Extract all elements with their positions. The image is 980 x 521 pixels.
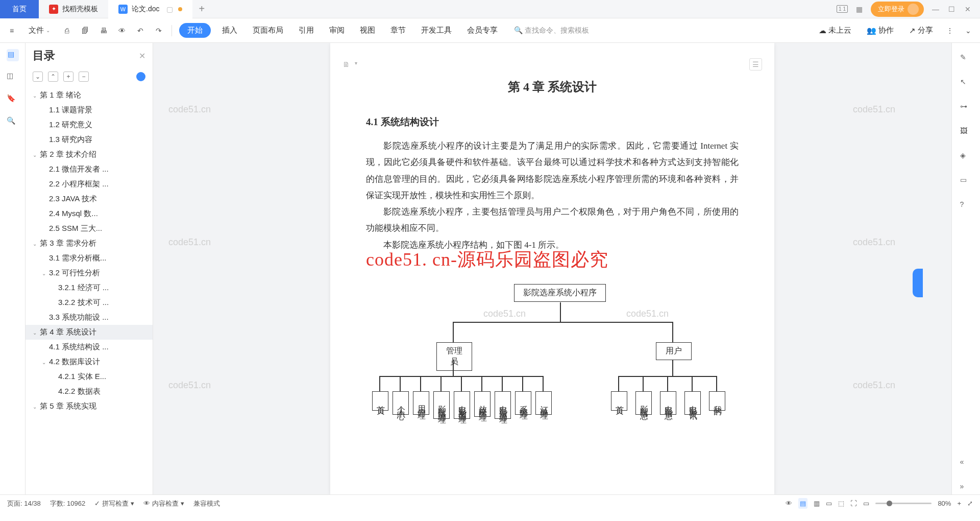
scroll-up-icon[interactable]: « <box>960 458 972 470</box>
document-area[interactable]: code51.cn code51.cn code51.cn code51.cn … <box>153 43 951 494</box>
outline-item[interactable]: 2.1 微信开发者 ... <box>26 162 153 177</box>
scroll-down-icon[interactable]: » <box>960 482 972 494</box>
zoom-value[interactable]: 80% <box>938 500 951 507</box>
outline-item[interactable]: ⌄第 5 章 系统实现 <box>26 399 153 414</box>
visibility-icon[interactable]: 👁 <box>786 500 792 507</box>
outline-item[interactable]: ⌄第 1 章 绪论 <box>26 88 153 103</box>
search-commands[interactable]: 🔍 查找命令、搜索模板 <box>514 26 589 35</box>
chapter-icon[interactable]: ◫ <box>7 72 19 84</box>
minimize-button[interactable]: — <box>932 5 940 13</box>
search-icon[interactable]: 🔍 <box>7 116 19 129</box>
close-button[interactable]: ✕ <box>965 5 973 13</box>
pen-icon[interactable]: ✎ <box>960 53 972 65</box>
outline-item[interactable]: ⌄4.2 数据库设计 <box>26 354 153 369</box>
outline-item[interactable]: 1.3 研究内容 <box>26 132 153 147</box>
tab-label: 论文.doc <box>132 5 159 14</box>
tab-home[interactable]: 首页 <box>0 0 39 18</box>
zoom-slider[interactable] <box>875 503 932 504</box>
zoom-in-button[interactable]: + <box>957 500 961 507</box>
settings-icon[interactable]: ⊶ <box>960 102 972 114</box>
view-outline-icon[interactable]: ▥ <box>814 500 820 507</box>
image-icon[interactable]: 🖼 <box>960 127 972 139</box>
share-button[interactable]: ↗ 分享 <box>905 23 937 37</box>
word-count[interactable]: 字数: 10962 <box>50 499 85 508</box>
outline-item[interactable]: 4.2.1 实体 E... <box>26 369 153 384</box>
outline-item[interactable]: 2.5 SSM 三大... <box>26 221 153 236</box>
ribbon-view[interactable]: 视图 <box>356 23 379 37</box>
zoom-out-button[interactable]: ▭ <box>863 500 869 507</box>
add-tab-button[interactable]: + <box>192 3 211 15</box>
zoom-fit-icon[interactable]: ⛶ <box>850 500 857 507</box>
close-outline-icon[interactable]: ✕ <box>139 51 145 61</box>
page-icon[interactable]: 🗎 <box>342 60 350 68</box>
outline-item[interactable]: 3.2.1 经济可 ... <box>26 280 153 295</box>
outline-icon[interactable]: ▤ <box>7 49 19 61</box>
collapse-ribbon-icon[interactable]: ⌄ <box>963 25 974 36</box>
expand-all-icon[interactable]: ⌃ <box>48 72 58 82</box>
redo-icon[interactable]: ↷ <box>153 25 164 36</box>
select-icon[interactable]: ↖ <box>960 78 972 90</box>
view-web-icon[interactable]: ▭ <box>826 500 832 507</box>
ribbon-review[interactable]: 审阅 <box>325 23 349 37</box>
ribbon-devtools[interactable]: 开发工具 <box>417 23 456 37</box>
maximize-button[interactable]: ☐ <box>948 5 957 13</box>
bookmark-icon[interactable]: 🔖 <box>7 94 19 106</box>
filter-icon[interactable]: ☰ <box>749 58 762 70</box>
expand-icon[interactable]: ▾ <box>355 60 357 68</box>
outline-item[interactable]: 2.2 小程序框架 ... <box>26 177 153 192</box>
tab-document[interactable]: W 论文.doc ▢ <box>108 0 192 18</box>
outline-item[interactable]: 4.1 系统结构设 ... <box>26 340 153 354</box>
outline-item[interactable]: 3.3 系统功能设 ... <box>26 310 153 325</box>
outline-item[interactable]: 1.1 课题背景 <box>26 103 153 117</box>
contentcheck-button[interactable]: 👁 内容检查 ▾ <box>143 499 184 508</box>
outline-item[interactable]: 1.2 研究意义 <box>26 117 153 132</box>
fullscreen-icon[interactable]: ⤢ <box>967 500 973 507</box>
ribbon-start[interactable]: 开始 <box>179 23 211 38</box>
ribbon-reference[interactable]: 引用 <box>295 23 318 37</box>
ribbon-insert[interactable]: 插入 <box>218 23 241 37</box>
ribbon-member[interactable]: 会员专享 <box>463 23 502 37</box>
diamond-icon[interactable]: ◈ <box>960 151 972 163</box>
apps-icon[interactable]: ▦ <box>856 5 863 13</box>
outline-item[interactable]: 4.2.2 数据表 <box>26 384 153 399</box>
layout-icon[interactable]: 1 1 <box>837 5 848 13</box>
preview-icon[interactable]: 👁 <box>116 25 128 36</box>
undo-icon[interactable]: ↶ <box>135 25 146 36</box>
print-icon[interactable]: 🖶 <box>98 25 109 36</box>
collab-button[interactable]: 👥 协作 <box>863 23 898 37</box>
book-icon[interactable]: ▭ <box>960 176 972 188</box>
collapse-all-icon[interactable]: ⌄ <box>33 72 43 82</box>
outline-item[interactable]: ⌄第 3 章 需求分析 <box>26 236 153 251</box>
page-count[interactable]: 页面: 14/38 <box>7 499 41 508</box>
outline-item[interactable]: 2.3 JAVA 技术 <box>26 192 153 206</box>
outline-item[interactable]: 3.2.2 技术可 ... <box>26 295 153 310</box>
login-button[interactable]: 立即登录 <box>871 2 924 17</box>
save-icon[interactable]: ⎙ <box>61 25 72 36</box>
tab-device-icon[interactable]: ▢ <box>166 5 173 13</box>
more-icon[interactable]: ⋮ <box>944 25 955 36</box>
diagram-box: 首页 <box>372 391 388 411</box>
ribbon-pagelayout[interactable]: 页面布局 <box>249 23 287 37</box>
menu-icon[interactable]: ≡ <box>6 25 17 36</box>
outline-item[interactable]: ⌄第 2 章 技术介绍 <box>26 147 153 162</box>
right-panel-handle[interactable] <box>913 269 923 297</box>
help-icon[interactable]: ? <box>960 200 972 212</box>
outline-item[interactable]: ⌄3.2 可行性分析 <box>26 266 153 280</box>
outline-item[interactable]: 2.4 Mysql 数... <box>26 206 153 221</box>
save2-icon[interactable]: 🗐 <box>80 25 91 36</box>
ribbon-chapter[interactable]: 章节 <box>386 23 410 37</box>
outline-item[interactable]: 3.1 需求分析概... <box>26 251 153 266</box>
spellcheck-button[interactable]: ✓ 拼写检查 ▾ <box>94 499 134 508</box>
cloud-status[interactable]: ☁ 未上云 <box>815 23 855 37</box>
watermark-red: code51. cn-源码乐园盗图必究 <box>366 247 608 272</box>
tab-templates[interactable]: ✦ 找稻壳模板 <box>39 0 108 18</box>
file-menu[interactable]: 文件 ⌄ <box>24 23 54 37</box>
view-read-icon[interactable]: ⬚ <box>838 500 844 507</box>
view-page-icon[interactable]: ▤ <box>798 498 807 509</box>
outline-tree[interactable]: ⌄第 1 章 绪论1.1 课题背景1.2 研究意义1.3 研究内容⌄第 2 章 … <box>26 85 153 494</box>
add-level-icon[interactable]: + <box>63 72 74 82</box>
remove-level-icon[interactable]: − <box>79 72 89 82</box>
outline-item[interactable]: ⌄第 4 章 系统设计 <box>26 325 153 340</box>
compat-mode[interactable]: 兼容模式 <box>193 499 220 508</box>
sync-badge-icon[interactable] <box>136 72 145 81</box>
